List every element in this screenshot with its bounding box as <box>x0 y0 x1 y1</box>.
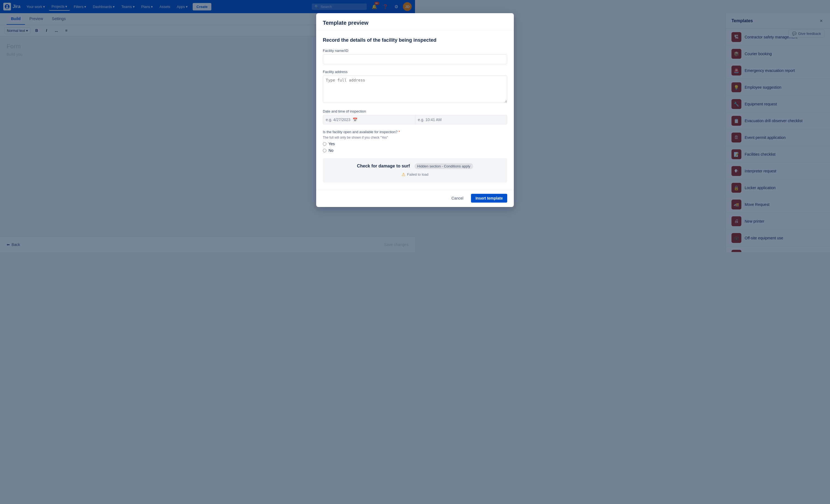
radio-yes-input[interactable] <box>323 142 326 146</box>
modal-footer: Cancel Insert template <box>316 189 415 207</box>
facility-address-input[interactable] <box>323 75 415 103</box>
facility-address-label: Facility address <box>323 70 415 74</box>
facility-open-hint: The full will only be shown if you check… <box>323 136 415 139</box>
date-input[interactable]: e.g. 4/27/2023 📅 <box>323 115 415 124</box>
radio-yes[interactable]: Yes <box>323 141 415 146</box>
facility-open-label: Is the facility open and available for i… <box>323 130 415 134</box>
calendar-icon: 📅 <box>353 118 357 122</box>
time-input[interactable]: e.g. 10:41 AM <box>415 115 415 124</box>
radio-no[interactable]: No <box>323 148 415 153</box>
facility-address-field: Facility address <box>323 70 415 104</box>
datetime-field: Date and time of inspection e.g. 4/27/20… <box>323 109 415 124</box>
conditions-badge: Hidden section - Conditions apply <box>414 163 415 169</box>
hidden-section-title: Check for damage to surf Hidden section … <box>357 164 415 168</box>
facility-open-radio-group: Yes No <box>323 141 415 153</box>
warning-icon: ⚠ <box>402 172 405 177</box>
template-preview-modal: Template preview Record the details of t… <box>316 13 415 207</box>
datetime-label: Date and time of inspection <box>323 109 415 114</box>
facility-name-field: Facility name/ID <box>323 49 415 64</box>
modal-header: Template preview <box>316 13 415 31</box>
modal-overlay: Template preview Record the details of t… <box>0 0 415 252</box>
datetime-container: e.g. 4/27/2023 📅 e.g. 10:41 AM <box>323 115 415 124</box>
facility-name-input[interactable] <box>323 54 415 64</box>
modal-body: Record the details of the facility being… <box>316 31 415 189</box>
hidden-section: Check for damage to surf Hidden section … <box>323 158 415 183</box>
radio-no-input[interactable] <box>323 149 326 152</box>
facility-open-field: Is the facility open and available for i… <box>323 130 415 153</box>
modal-section-title: Record the details of the facility being… <box>323 37 415 43</box>
modal-title: Template preview <box>323 20 415 26</box>
failed-load-message: ⚠ Failed to load <box>402 172 415 177</box>
facility-name-label: Facility name/ID <box>323 49 415 53</box>
